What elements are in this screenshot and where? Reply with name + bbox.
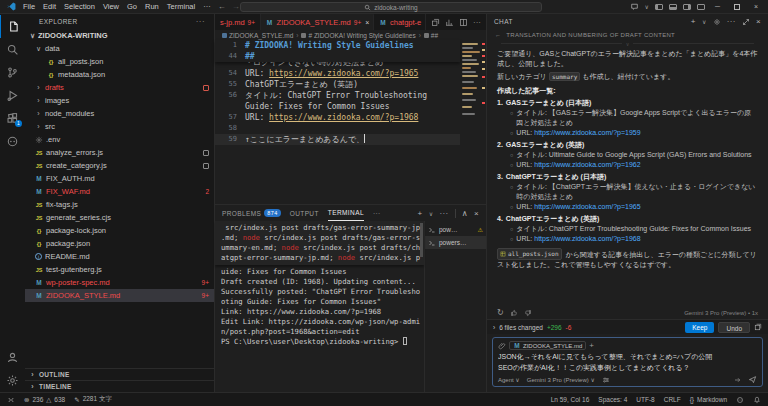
eol-status[interactable]: CRLF — [664, 396, 681, 403]
files-changed-label[interactable]: 6 files changed — [499, 324, 543, 331]
scrollbar-thumb[interactable] — [420, 223, 423, 257]
terminal-instance-pow[interactable]: pow…⚠ — [425, 223, 486, 236]
add-context-button[interactable]: + — [589, 341, 594, 350]
close-tab-icon[interactable]: × — [365, 19, 369, 26]
activity-explorer[interactable] — [0, 15, 25, 38]
workspace-root[interactable]: ∨ ZIDOOKA-WRITING — [25, 29, 214, 42]
arrow-right-icon[interactable] — [733, 376, 742, 384]
tools-icon[interactable] — [602, 376, 610, 384]
url-link[interactable]: https://www.zidooka.com/?p=1959 — [534, 129, 640, 136]
undo-button[interactable]: Undo — [718, 322, 750, 333]
keep-button[interactable]: Keep — [685, 322, 714, 333]
url-link[interactable]: https://www.zidooka.com/?p=1962 — [534, 161, 640, 168]
explorer-item-package-lock.json[interactable]: {}package-lock.json — [25, 224, 214, 237]
breadcrumb-item[interactable]: ZIDOOKA_STYLE.md — [222, 32, 293, 39]
context-chip[interactable]: M ZIDOOKA_STYLE.md — [509, 341, 586, 350]
thumbs-down-icon[interactable] — [524, 309, 532, 317]
view-edits-icon[interactable] — [754, 323, 762, 331]
copilot-chat-icon[interactable] — [630, 2, 639, 11]
explorer-item-all_posts.json[interactable]: {}all_posts.json — [25, 55, 214, 68]
sidebar-section-timeline[interactable]: ›TIMELINE — [25, 380, 214, 392]
explorer-item-ZIDOOKA_STYLE.md[interactable]: MZIDOOKA_STYLE.md9+ — [25, 289, 214, 302]
explorer-item-package.json[interactable]: {}package.json — [25, 237, 214, 250]
menu-more[interactable]: ··· — [199, 2, 215, 11]
chevron-down-icon[interactable]: ∨ — [702, 18, 707, 25]
explorer-item-images[interactable]: ›images — [25, 94, 214, 107]
more-actions-icon[interactable]: ··· — [727, 17, 736, 26]
maximize-button[interactable] — [734, 4, 740, 10]
chevron-down-icon[interactable]: ∨ — [645, 3, 649, 10]
markdown-preview-icon[interactable] — [445, 18, 454, 27]
menu-selection[interactable]: Selection — [60, 2, 99, 11]
activity-run-debug[interactable] — [0, 84, 25, 107]
minimap[interactable] — [460, 40, 486, 204]
minimize-button[interactable]: ─ — [711, 3, 724, 10]
chat-input-box[interactable]: M ZIDOOKA_STYLE.md + JSON化→それをAIに見てもらって整… — [492, 337, 763, 387]
back-button[interactable]: ← — [215, 2, 229, 11]
open-changes-icon[interactable] — [431, 18, 440, 27]
tab-s-jp.md[interactable]: s-jp.md9+ — [215, 14, 261, 30]
terminal-content[interactable]: src/index.js post drafts/gas-error-summa… — [215, 221, 424, 392]
explorer-item-.env[interactable]: .env — [25, 133, 214, 146]
chevron-down-icon[interactable]: ∨ — [429, 210, 434, 217]
language-status[interactable]: {}Markdown — [690, 396, 727, 403]
terminal-instance-powers[interactable]: powers… — [425, 236, 486, 249]
cursor-position-status[interactable]: Ln 59, Col 16 — [551, 396, 590, 403]
url-link[interactable]: https://www.zidooka.com/?p=1965 — [534, 203, 640, 210]
panel-tab-problems[interactable]: PROBLEMS874 — [222, 205, 281, 221]
activity-settings[interactable] — [0, 369, 25, 392]
activity-search[interactable] — [0, 38, 25, 61]
command-center-search[interactable]: zidooka-writing — [240, 2, 542, 12]
activity-accounts[interactable] — [0, 346, 25, 369]
attach-context-icon[interactable] — [498, 342, 506, 350]
menu-terminal[interactable]: Terminal — [163, 2, 199, 11]
chat-input-text[interactable]: JSON化→それをAIに見てもらって整理、それでまとめ=ハブの公開 — [498, 352, 757, 361]
panel-tab-terminal[interactable]: TERMINAL — [328, 205, 364, 221]
tab-ZIDOOKA_STYLE.md[interactable]: MZIDOOKA_STYLE.md9+× — [261, 14, 374, 30]
new-terminal-icon[interactable]: + — [418, 209, 423, 218]
back-icon[interactable]: ← — [495, 32, 501, 38]
url-link[interactable]: https://www.zidooka.com/?p=1965 — [269, 69, 418, 78]
explorer-item-data[interactable]: ∨data — [25, 42, 214, 55]
encoding-status[interactable]: UTF-8 — [636, 396, 654, 403]
bell-icon[interactable] — [753, 396, 761, 404]
indentation-status[interactable]: Spaces: 4 — [598, 396, 627, 403]
menu-view[interactable]: View — [99, 2, 123, 11]
customize-layout-icon[interactable] — [697, 4, 705, 10]
editor-content[interactable]: 1# ZIDOOKA! Writing Style Guidelines44##… — [215, 40, 460, 204]
explorer-item-wp-poster-spec.md[interactable]: Mwp-poster-spec.md9+ — [25, 276, 214, 289]
menu-file[interactable]: File — [19, 2, 39, 11]
close-chat-icon[interactable]: × — [756, 17, 761, 26]
toggle-sidebar-icon[interactable] — [655, 4, 663, 10]
menu-edit[interactable]: Edit — [39, 2, 60, 11]
explorer-item-create_category.js[interactable]: JScreate_category.js — [25, 159, 214, 172]
tab-chatgpt-e[interactable]: Mchatgpt-e — [374, 14, 426, 30]
more-actions-icon[interactable]: ··· — [473, 18, 481, 27]
url-link[interactable]: https://www.zidooka.com/?p=1968 — [534, 235, 640, 242]
explorer-item-analyze_errors.js[interactable]: JSanalyze_errors.js — [25, 146, 214, 159]
url-link[interactable]: https://www.zidooka.com/?p=1968 — [269, 113, 418, 122]
toggle-panel-icon[interactable] — [669, 4, 677, 10]
char-count-status[interactable]: ✎2281 文字 — [74, 395, 112, 404]
explorer-item-FIX_WAF.md[interactable]: MFIX_WAF.md2 — [25, 185, 214, 198]
close-panel-icon[interactable]: × — [474, 209, 479, 218]
menu-go[interactable]: Go — [123, 2, 141, 11]
split-editor-icon[interactable] — [459, 18, 468, 27]
expand-chat-icon[interactable] — [742, 18, 750, 26]
panel-tab-output[interactable]: OUTPUT — [290, 205, 319, 221]
activity-source-control[interactable] — [0, 61, 25, 84]
explorer-item-FIX_AUTH.md[interactable]: MFIX_AUTH.md — [25, 172, 214, 185]
send-icon[interactable] — [748, 375, 757, 384]
explorer-item-generate_series.cjs[interactable]: JSgenerate_series.cjs — [25, 211, 214, 224]
explorer-item-test-gutenberg.js[interactable]: JStest-gutenberg.js — [25, 263, 214, 276]
sidebar-section-outline[interactable]: ›OUTLINE — [25, 368, 214, 380]
file-reference-chip[interactable]: all_posts.json — [497, 248, 562, 260]
panel-tab-···[interactable]: ··· — [373, 205, 381, 221]
maximize-panel-icon[interactable]: ∧ — [462, 209, 468, 218]
close-window-button[interactable]: × — [750, 3, 762, 10]
mode-picker[interactable]: Agent ∨ — [498, 376, 520, 383]
copilot-status-icon[interactable] — [736, 396, 744, 404]
explorer-item-metadata.json[interactable]: {}metadata.json — [25, 68, 214, 81]
explorer-item-README.md[interactable]: iREADME.md — [25, 250, 214, 263]
more-actions-icon[interactable]: ··· — [439, 209, 448, 218]
